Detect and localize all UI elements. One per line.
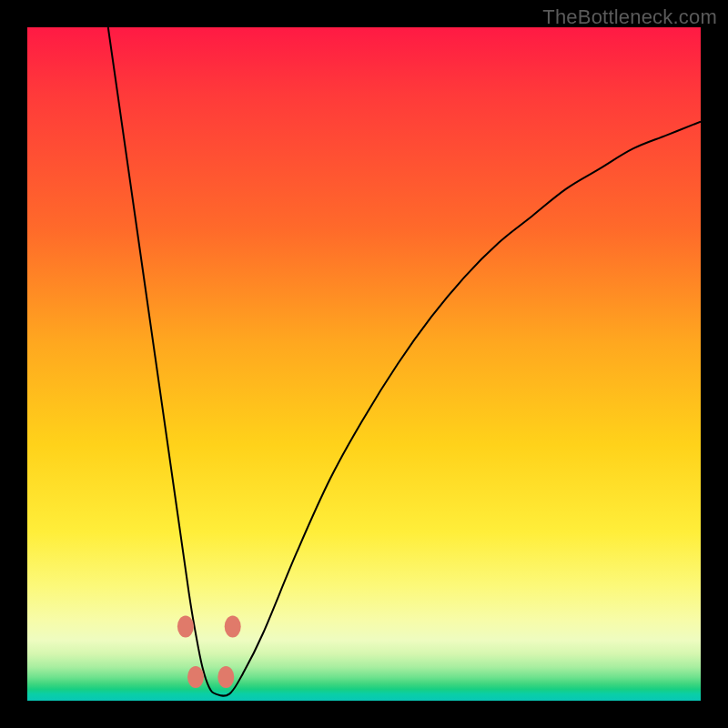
bottleneck-curve [108, 27, 701, 696]
plot-area [27, 27, 701, 701]
watermark-text: TheBottleneck.com [542, 5, 717, 29]
markers [177, 616, 241, 689]
marker-dot [177, 616, 194, 638]
chart-svg [27, 27, 701, 701]
chart-stage: TheBottleneck.com [0, 0, 728, 728]
marker-dot [187, 666, 204, 688]
marker-dot [217, 666, 234, 688]
marker-dot [225, 616, 241, 638]
